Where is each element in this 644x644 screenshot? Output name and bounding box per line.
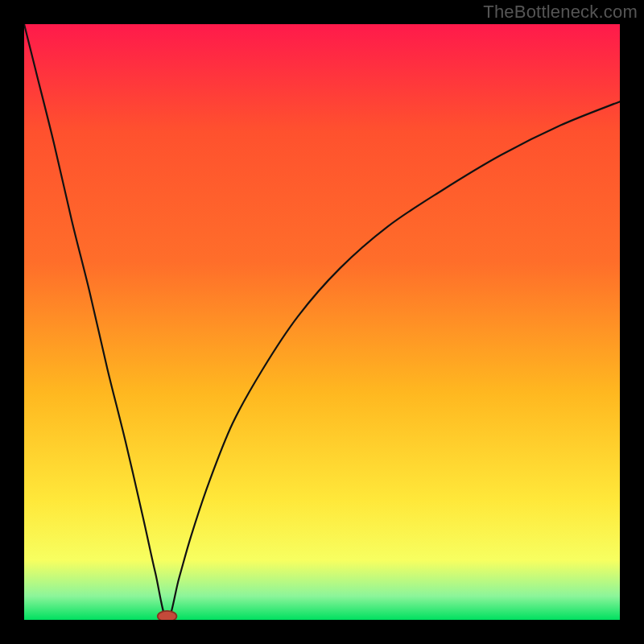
gradient-background: [24, 24, 620, 620]
watermark-text: TheBottleneck.com: [483, 2, 638, 23]
minimum-marker: [158, 611, 177, 620]
plot-area: [24, 24, 620, 620]
chart-svg: [24, 24, 620, 620]
chart-frame: TheBottleneck.com: [0, 0, 644, 644]
